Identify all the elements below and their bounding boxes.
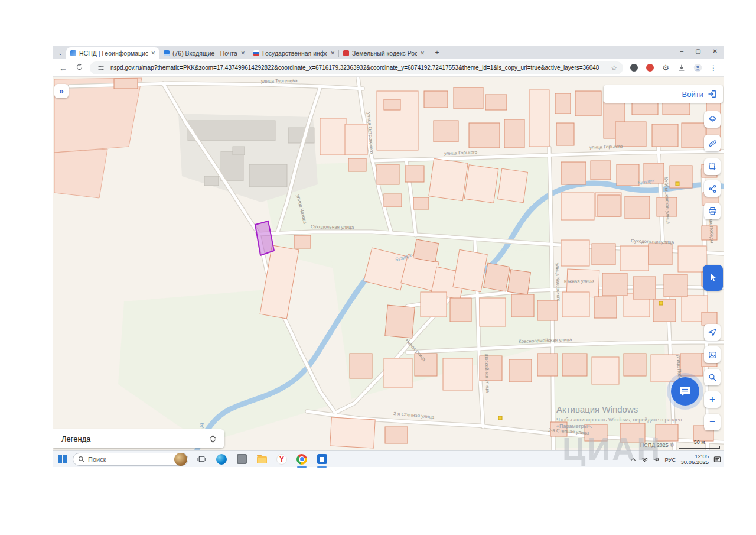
browser-menu-icon[interactable]: ⋮ xyxy=(708,63,719,73)
print-icon xyxy=(708,206,718,216)
extension-dark-icon[interactable] xyxy=(628,63,639,73)
tab-favicon xyxy=(70,50,76,56)
volume-icon[interactable] xyxy=(653,456,660,462)
back-button[interactable]: ← xyxy=(58,63,69,73)
tab-title: НСПД | Геоинформационный xyxy=(79,50,148,57)
tray-date: 30.06.2025 xyxy=(680,459,709,465)
extension-red-icon[interactable] xyxy=(644,63,655,73)
tab-close-icon[interactable]: ✕ xyxy=(330,50,335,56)
chat-button[interactable] xyxy=(671,377,699,406)
map-canvas[interactable]: улица Тургеневаулица Островскогоулица Го… xyxy=(53,77,724,450)
tab-close-icon[interactable]: ✕ xyxy=(151,50,155,56)
url-text: nspd.gov.ru/map?thematic=PKK&zoom=17.437… xyxy=(110,64,607,71)
svg-text:улица Тургенева: улица Тургенева xyxy=(261,78,298,84)
task-view-button[interactable] xyxy=(194,452,208,466)
share-button[interactable] xyxy=(704,180,721,197)
scale-bar-line xyxy=(679,446,720,449)
login-icon xyxy=(708,89,717,99)
tab-title: Земельный кодекс Российско xyxy=(352,50,417,57)
notification-center-icon[interactable] xyxy=(713,456,721,463)
select-area-button[interactable] xyxy=(704,158,721,175)
browser-tab[interactable]: Государственная информаци✕ xyxy=(249,47,339,59)
tab-close-icon[interactable]: ✕ xyxy=(240,50,245,56)
download-icon[interactable] xyxy=(676,63,687,73)
edge-browser-icon[interactable] xyxy=(214,452,229,466)
address-bar[interactable]: nspd.gov.ru/map?thematic=PKK&zoom=17.437… xyxy=(90,61,623,74)
tab-close-icon[interactable]: ✕ xyxy=(420,50,425,56)
svg-text:Суходольная улица: Суходольная улица xyxy=(311,224,354,230)
desktop: ⌄ НСПД | Геоинформационный✕(76) Входящие… xyxy=(0,0,756,535)
app-icon-generic[interactable] xyxy=(234,452,249,466)
network-icon[interactable] xyxy=(641,456,649,462)
reload-button[interactable] xyxy=(74,63,84,73)
taskbar-search-box[interactable]: Поиск xyxy=(73,453,188,466)
svg-text:Бузулук: Бузулук xyxy=(637,178,656,186)
map-tool-active-icon xyxy=(707,272,719,284)
taskbar-clock[interactable]: 12:05 30.06.2025 xyxy=(680,453,709,465)
browser-tab[interactable]: (76) Входящие - Почта Mail✕ xyxy=(159,47,249,59)
window-minimize-button[interactable]: – xyxy=(680,48,684,54)
system-tray: РУС 12:05 30.06.2025 xyxy=(630,451,721,468)
file-explorer-icon[interactable] xyxy=(255,452,269,466)
app-icon-blue[interactable] xyxy=(315,452,329,466)
browser-toolbar: ← nspd.gov.ru/map?thematic=PKK&zoom=17.4… xyxy=(53,59,724,77)
windows-taskbar: Поиск Y РУС 12:05 30.06.2025 xyxy=(53,450,724,467)
search-placeholder: Поиск xyxy=(88,456,106,463)
svg-text:Суходольная улица: Суходольная улица xyxy=(631,238,674,245)
extensions-puzzle-icon[interactable]: ⚙ xyxy=(660,63,671,73)
window-close-button[interactable]: ✕ xyxy=(713,48,718,54)
svg-text:Шоссейная улица: Шоссейная улица xyxy=(484,354,490,393)
svg-text:улица Горького: улица Горького xyxy=(589,144,623,150)
chat-bubble-icon xyxy=(678,384,692,398)
start-button[interactable] xyxy=(58,455,67,463)
search-location-icon xyxy=(708,372,718,382)
print-button[interactable] xyxy=(704,203,721,219)
copyright-label: НСПД 2025 © xyxy=(640,442,674,449)
tab-favicon xyxy=(343,50,349,56)
browser-window: ⌄ НСПД | Геоинформационный✕(76) Входящие… xyxy=(53,46,724,450)
browser-tab[interactable]: Земельный кодекс Российско✕ xyxy=(339,47,429,59)
layers-icon xyxy=(708,115,718,125)
login-button[interactable]: Войти xyxy=(604,85,723,103)
tab-search-chevron-icon[interactable]: ⌄ xyxy=(56,48,65,58)
layers-button[interactable] xyxy=(704,111,721,128)
search-icon xyxy=(78,456,84,462)
login-label: Войти xyxy=(682,90,703,99)
new-tab-button[interactable]: + xyxy=(432,48,442,57)
language-indicator[interactable]: РУС xyxy=(664,456,676,463)
scale-label: 50 м xyxy=(694,439,705,445)
svg-text:2-я Степная улица: 2-я Степная улица xyxy=(393,411,435,420)
map-viewport: улица Тургеневаулица Островскогоулица Го… xyxy=(53,77,724,450)
basemap-button[interactable] xyxy=(704,346,721,363)
chrome-icon[interactable] xyxy=(295,452,309,466)
browser-tab[interactable]: НСПД | Геоинформационный✕ xyxy=(66,47,159,59)
weather-widget-icon[interactable] xyxy=(174,453,187,466)
select-area-icon xyxy=(708,162,718,172)
measure-button[interactable] xyxy=(704,135,721,151)
window-maximize-button[interactable]: ▢ xyxy=(695,48,700,54)
active-map-tool-button[interactable] xyxy=(703,265,723,291)
zoom-in-button[interactable]: + xyxy=(704,391,721,408)
tab-favicon xyxy=(164,50,170,56)
bookmark-star-icon[interactable]: ☆ xyxy=(611,64,617,72)
legend-panel[interactable]: Легенда xyxy=(53,429,224,448)
svg-text:улица Горького: улица Горького xyxy=(444,150,478,156)
search-location-button[interactable] xyxy=(704,369,721,385)
tab-strip-bar: ⌄ НСПД | Геоинформационный✕(76) Входящие… xyxy=(53,46,724,59)
share-icon xyxy=(708,184,718,194)
basemap-image-icon xyxy=(708,350,718,360)
location-arrow-icon xyxy=(708,328,718,338)
expand-panel-button[interactable]: » xyxy=(54,84,69,98)
legend-stepper-icon[interactable] xyxy=(210,435,216,443)
tray-expand-icon[interactable] xyxy=(630,457,636,462)
svg-text:Южная улица: Южная улица xyxy=(564,278,595,284)
task-view-icon xyxy=(197,454,207,464)
site-settings-icon[interactable] xyxy=(96,63,106,73)
map-attribution: НСПД 2025 © 50 м xyxy=(640,439,720,449)
locate-button[interactable] xyxy=(704,324,721,341)
scale-bar: 50 м xyxy=(679,439,720,449)
tab-title: Государственная информаци xyxy=(262,50,327,57)
zoom-out-button[interactable]: − xyxy=(704,414,721,430)
yandex-browser-icon[interactable]: Y xyxy=(275,452,289,466)
profile-avatar-icon[interactable] xyxy=(692,63,703,73)
